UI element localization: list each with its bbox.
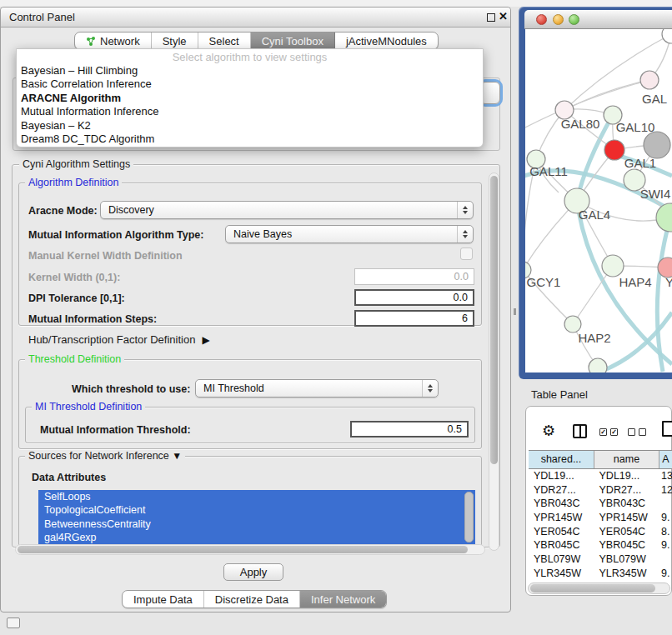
- unselect-all-columns-icon[interactable]: [628, 428, 646, 436]
- attributes-scrollbar[interactable]: [464, 492, 474, 542]
- algorithm-option[interactable]: Mutual Information Inference: [20, 105, 479, 118]
- scrollbar-thumb[interactable]: [490, 176, 498, 464]
- dpi-tolerance-field[interactable]: 0.0: [354, 289, 474, 306]
- tab-label: Select: [209, 35, 239, 48]
- table-row[interactable]: YBL079WYBL079W: [529, 552, 672, 567]
- column-header-A[interactable]: A: [659, 451, 672, 468]
- table-header-row: shared...nameA: [529, 450, 672, 469]
- mi-steps-field[interactable]: 6: [354, 310, 474, 327]
- kernel-width-field[interactable]: 0.0: [354, 268, 474, 285]
- which-threshold-label: Which threshold to use:: [72, 383, 190, 395]
- tab-cyni-toolbox[interactable]: Cyni Toolbox: [251, 32, 335, 49]
- mi-steps-label: Mutual Information Steps:: [28, 313, 157, 325]
- control-panel-tabs: NetworkStyleSelectCyni ToolboxjActiveMNo…: [74, 32, 439, 50]
- table-row[interactable]: YBR043CYBR043C: [529, 497, 672, 511]
- table-cell: YLR345W: [594, 567, 659, 581]
- column-header-shared...[interactable]: shared...: [529, 451, 594, 468]
- network-edge[interactable]: [564, 80, 649, 110]
- aracne-mode-label: Aracne Mode:: [28, 205, 98, 217]
- collapsed-panel-icon[interactable]: [7, 618, 20, 628]
- float-panel-icon[interactable]: [487, 13, 495, 22]
- network-node[interactable]: [644, 132, 670, 158]
- data-attribute-item[interactable]: gal4RGexp: [38, 531, 475, 544]
- mi-threshold-field[interactable]: 0.5: [350, 421, 469, 438]
- zoom-traffic-light-icon[interactable]: [569, 14, 579, 25]
- scrollbar-thumb[interactable]: [530, 584, 655, 592]
- tab-impute-data[interactable]: Impute Data: [123, 591, 204, 608]
- network-canvas[interactable]: GALGAL80GAL10GAL1GAL11SWI4GAL4GCY1HAP4YH…: [525, 29, 672, 372]
- table-row[interactable]: YDL19...YDL19...13: [529, 469, 672, 483]
- minimize-traffic-light-icon[interactable]: [553, 14, 564, 25]
- panel-divider-handle[interactable]: [514, 308, 516, 315]
- tab-style[interactable]: Style: [152, 32, 198, 49]
- unchecked-box-icon: [628, 428, 635, 436]
- page-icon[interactable]: [662, 421, 672, 437]
- tab-network[interactable]: Network: [75, 32, 152, 49]
- checked-box-icon: ✓: [599, 428, 607, 436]
- table-cell: 8.: [659, 525, 672, 539]
- algorithm-option[interactable]: Bayesian – K2: [20, 119, 479, 132]
- tab-label: Infer Network: [311, 593, 375, 606]
- data-attribute-item[interactable]: TopologicalCoefficient: [38, 503, 475, 517]
- network-node[interactable]: [662, 29, 672, 43]
- mi-algorithm-type-value: Naive Bayes: [233, 228, 292, 240]
- data-attribute-item[interactable]: BetweennessCentrality: [38, 518, 475, 531]
- column-header-name[interactable]: name: [594, 451, 659, 468]
- algorithm-option[interactable]: ARACNE Algorithm: [20, 92, 479, 105]
- algorithm-option[interactable]: Basic Correlation Inference: [20, 78, 479, 91]
- network-node-hap4[interactable]: [602, 255, 624, 277]
- table-row[interactable]: YPR145WYPR145W9.: [529, 511, 672, 525]
- table-cell: YDR27...: [529, 483, 594, 498]
- gear-icon[interactable]: ⚙: [542, 422, 555, 440]
- data-attributes-list[interactable]: SelfLoopsTopologicalCoefficientBetweenne…: [38, 490, 475, 544]
- tab-jactivemnodules[interactable]: jActiveMNodules: [335, 32, 438, 49]
- network-node-gal[interactable]: [640, 71, 659, 89]
- table-row[interactable]: YBR045CYBR045C9.: [529, 538, 672, 552]
- algorithm-option[interactable]: Dream8 DC_TDC Algorithm: [20, 132, 479, 146]
- tab-infer-network[interactable]: Infer Network: [300, 591, 386, 608]
- mi-algorithm-type-combobox[interactable]: Naive Bayes: [225, 225, 474, 243]
- select-all-columns-icon[interactable]: ✓ ✓: [599, 428, 618, 436]
- network-node[interactable]: [589, 358, 607, 372]
- aracne-mode-combobox[interactable]: Discovery: [100, 201, 474, 219]
- panel-title: Control Panel: [9, 11, 75, 23]
- table-cell: [659, 497, 672, 511]
- table-row[interactable]: YDR27...YDR27...12: [529, 483, 672, 498]
- expand-arrow-icon[interactable]: ▶: [202, 334, 209, 346]
- network-graph[interactable]: GALGAL80GAL10GAL1GAL11SWI4GAL4GCY1HAP4YH…: [525, 29, 672, 372]
- which-threshold-combobox[interactable]: MI Threshold: [195, 379, 439, 398]
- network-node[interactable]: [656, 203, 672, 232]
- table-horizontal-scrollbar[interactable]: [528, 582, 670, 594]
- aracne-mode-value: Discovery: [108, 204, 154, 216]
- table-cell: YER054C: [594, 525, 659, 539]
- table-cell: YBR043C: [529, 497, 594, 511]
- tab-discretize-data[interactable]: Discretize Data: [204, 591, 300, 608]
- algorithm-option[interactable]: Bayesian – Hill Climbing: [20, 64, 479, 78]
- apply-button[interactable]: Apply: [223, 563, 283, 581]
- close-icon[interactable]: ✕: [499, 10, 508, 22]
- network-node-gal1[interactable]: [604, 140, 624, 160]
- network-node-hap2[interactable]: [564, 316, 581, 332]
- algorithm-list: Bayesian – Hill ClimbingBasic Correlatio…: [20, 64, 479, 146]
- network-edge[interactable]: [657, 218, 670, 372]
- tab-label: Impute Data: [133, 593, 193, 606]
- table-row[interactable]: YLR345WYLR345W9.: [529, 567, 672, 581]
- manual-kernel-width-checkbox[interactable]: [460, 248, 473, 260]
- collapse-arrow-icon[interactable]: ▼: [172, 450, 182, 462]
- table-cell: YBR045C: [594, 538, 659, 552]
- settings-vertical-scrollbar[interactable]: [489, 172, 499, 551]
- data-attribute-item[interactable]: SelfLoops: [38, 490, 475, 503]
- scrollbar-thumb[interactable]: [18, 546, 468, 553]
- close-traffic-light-icon[interactable]: [536, 14, 547, 25]
- table-row[interactable]: YER054CYER054C8.: [529, 525, 672, 539]
- network-node-label: GAL10: [616, 120, 655, 134]
- network-node-label: GAL11: [529, 164, 568, 178]
- tab-select[interactable]: Select: [198, 32, 251, 49]
- mi-algorithm-type-label: Mutual Information Algorithm Type:: [28, 229, 203, 241]
- table-cell: YBR043C: [594, 497, 659, 511]
- settings-horizontal-scrollbar[interactable]: [15, 544, 485, 555]
- mi-threshold-group-title: MI Threshold Definition: [32, 401, 145, 412]
- network-node-label: SWI4: [640, 187, 671, 201]
- hub-definition-expander[interactable]: Hub/Transcription Factor Definition ▶: [28, 333, 210, 346]
- split-columns-icon[interactable]: [573, 424, 587, 438]
